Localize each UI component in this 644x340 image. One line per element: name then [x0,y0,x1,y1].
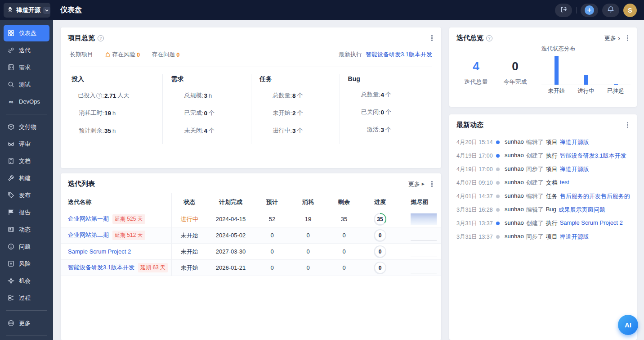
stat-row: 总数量?: 4 个 [348,91,432,99]
main-content: 项目总览 ? 长期项目 存在风险0 存在问题0 [53,20,644,340]
topbar-divider [576,7,577,14]
build-wrench-icon [7,174,15,182]
activity-item: 4月19日 17:00 sunhao 同步了 项目 禅道开源版 [456,163,631,176]
test-magnifier-icon [7,81,15,88]
left-value: 0 [326,244,362,260]
timeline-dot [496,141,500,144]
deliverable-box-icon [7,123,15,131]
column-header-burndown[interactable]: 燃尽图 [398,193,441,211]
stat-row: 预计剩余?: 35 h [72,127,162,135]
iteration-name-link[interactable]: 企业网站第二期 [68,231,109,238]
latest-exec-link[interactable]: 智能设备研发3.1版本开发 [366,50,432,59]
sidebar-item-story[interactable]: 需求 [4,59,49,76]
table-row: 企业网站第一期延期 525 天 进行中 2024-04-15 52 19 35 … [61,211,441,227]
create-button[interactable] [581,4,598,17]
stat-label: 已完成 [184,109,202,117]
estimate-value: 0 [254,260,290,276]
stat-value: 3 [292,127,296,134]
kebab-menu-icon[interactable] [626,121,630,129]
column-header-progress[interactable]: 进度 [362,193,398,211]
avatar[interactable]: S [623,4,637,17]
activity-time: 3月31日 13:37 [456,220,494,227]
product-switcher[interactable]: 禅道开源 [4,3,50,18]
stat-label: 激活 [367,126,379,134]
sidebar-item-review[interactable]: 评审 [4,136,49,152]
stat-value: 3 [381,127,385,133]
issue-alert-icon [7,243,15,250]
activity-target-link[interactable]: 禅道开源版 [560,233,589,241]
dashboard-grid-icon [7,29,15,37]
status-badge: 未开始 [181,232,198,239]
iteration-name-link[interactable]: Sample Scrum Project 2 [68,248,131,255]
sidebar-item-opportunity[interactable]: 机会 [4,272,49,289]
activity-target-link[interactable]: test [560,179,569,187]
kebab-menu-icon[interactable] [430,34,434,42]
risk-indicator: 存在风险0 [105,50,140,59]
column-header-estimate[interactable]: 预计 [254,193,290,211]
delay-badge: 延期 512 天 [112,231,145,240]
sidebar-item-process[interactable]: 过程 [4,290,49,306]
notifications-button[interactable] [602,4,619,17]
activity-target-link[interactable]: Sample Scrum Project 2 [560,219,623,227]
activity-target-link[interactable]: 禅道开源版 [560,165,589,173]
sidebar-item-deliverable[interactable]: 交付物 [4,118,49,135]
sidebar-item-report[interactable]: 报告 [4,204,49,221]
progress-ring: 35 [374,213,386,226]
stat-row: 总规模?: 3 h [171,91,251,100]
sidebar-item-devops[interactable]: ∞ DevOps [4,93,49,110]
topbar-actions: S [555,4,637,17]
sidebar-item-dynamic[interactable]: 动态 [4,221,49,238]
latest-exec-label: 最新执行 [339,50,362,59]
sidebar-item-test[interactable]: 测试 [4,76,49,93]
iteration-overview-more-link[interactable]: 更多› [604,34,620,42]
iteration-list-more-link[interactable]: 更多▶ [408,180,425,188]
sidebar-item-release[interactable]: 发布 [4,187,49,204]
activity-object-type: Bug [546,206,556,214]
activity-target-link[interactable]: 售后服务的开发售后服务的 [560,192,630,200]
kebab-menu-icon[interactable] [430,180,434,188]
activity-target-link[interactable]: 禅道开源版 [560,138,589,146]
report-flag-icon [7,209,15,216]
sidebar-item-build[interactable]: 构建 [4,170,49,186]
column-header-left[interactable]: 剩余 [326,193,362,211]
stat-row: 未关闭?: 4 个 [171,127,251,135]
iteration-overview-title: 迭代总览 [456,34,483,42]
screen-mode-button[interactable] [555,4,572,17]
iteration-name-link[interactable]: 智能设备研发3.1版本开发 [68,264,134,271]
stat-column: 投入 已投入?: 2.71 人天 消耗工时?: 19 [70,74,162,144]
sidebar-item-risk[interactable]: 风险 [4,255,49,272]
activity-time: 4月20日 15:14 [456,139,494,146]
stat-column: 需求 总规模?: 3 h 已完成?: 0 [162,74,251,144]
activity-user: sunhao [505,165,524,173]
timeline-dot [496,235,500,239]
sidebar-item-more[interactable]: 更多 [4,315,49,331]
sidebar-item-label: 机会 [19,277,31,285]
sidebar-item-doc[interactable]: 文档 [4,153,49,169]
column-header-consumed[interactable]: 消耗 [290,193,326,211]
sidebar-item-dashboard[interactable]: 仪表盘 [4,25,49,41]
bell-icon [607,6,614,14]
iteration-name-link[interactable]: 企业网站第一期 [68,215,109,222]
stat-value: 19 [104,110,111,117]
activity-time: 3月31日 13:37 [456,233,494,241]
status-badge: 进行中 [181,216,198,222]
column-header-name[interactable]: 迭代名称 [61,193,171,211]
activity-target-link[interactable]: 智能设备研发3.1版本开发 [560,152,626,160]
column-header-planned[interactable]: 计划完成 [207,193,254,211]
column-header-status[interactable]: 状态 [171,193,207,211]
activity-item: 3月31日 16:28 sunhao 编辑了 Bug 成果展示页面问题 [456,203,631,217]
ai-assistant-button[interactable]: AI [618,315,638,335]
risk-label: 存在风险 [112,50,135,59]
stat-caption: 今年完成 [496,78,535,86]
kebab-menu-icon[interactable] [626,34,630,42]
sidebar-item-issue[interactable]: 问题 [4,238,49,255]
sidebar-divider [6,114,47,114]
activity-time: 4月19日 17:00 [456,152,494,160]
stat-number: 0 [496,59,535,73]
consumed-value: 0 [290,260,326,276]
activity-item: 3月31日 13:37 sunhao 同步了 项目 禅道开源版 [456,230,631,244]
sidebar-item-sprint[interactable]: 迭代 [4,42,49,59]
activity-target-link[interactable]: 成果展示页面问题 [559,206,605,214]
stat-label: 总规模 [184,91,202,100]
planned-date: 2024-04-15 [207,211,254,227]
